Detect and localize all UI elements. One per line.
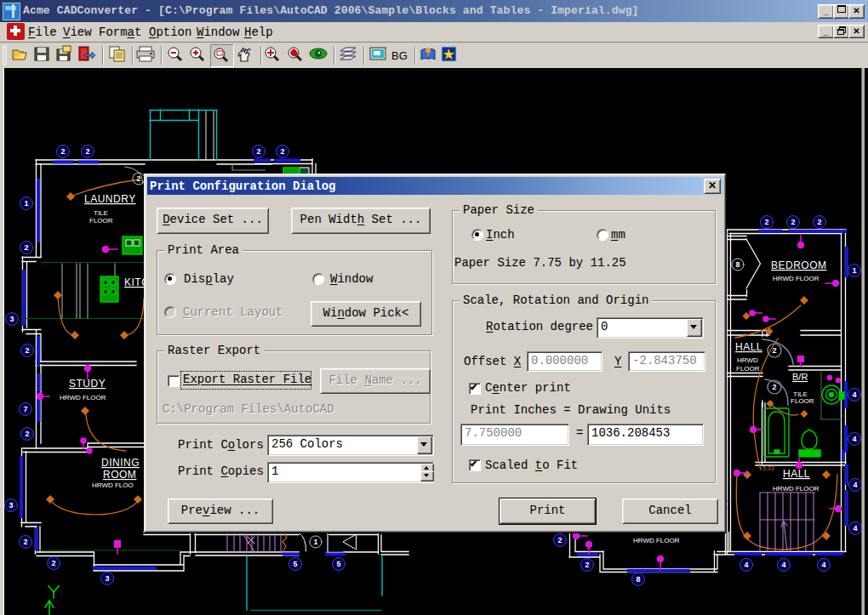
svg-text:7: 7 [23, 405, 27, 413]
svg-text:2: 2 [51, 559, 55, 567]
svg-text:HRWD FLOOR: HRWD FLOOR [60, 394, 106, 401]
svg-text:HALL: HALL [783, 468, 810, 480]
svg-text:8: 8 [735, 260, 740, 269]
svg-text:2: 2 [557, 536, 562, 544]
svg-text:BG: BG [391, 49, 408, 62]
svg-text:2: 2 [24, 243, 28, 252]
svg-text:4: 4 [852, 435, 856, 443]
svg-text:4: 4 [853, 524, 857, 532]
svg-text:2: 2 [817, 218, 821, 226]
svg-text:4: 4 [744, 561, 748, 569]
svg-text:2: 2 [791, 218, 795, 226]
svg-text:2: 2 [772, 346, 776, 355]
svg-text:4: 4 [852, 390, 856, 399]
svg-text:LAUNDRY: LAUNDRY [84, 193, 136, 205]
svg-text:HRWD FLOOR: HRWD FLOOR [773, 275, 819, 282]
svg-text:2: 2 [85, 147, 89, 156]
svg-text:3: 3 [105, 574, 109, 583]
svg-text:STUDY: STUDY [69, 378, 106, 390]
svg-text:FLOOR: FLOOR [791, 397, 814, 405]
svg-text:8: 8 [636, 575, 640, 584]
svg-text:2: 2 [280, 147, 284, 156]
svg-text:BEDROOM: BEDROOM [771, 259, 827, 271]
svg-text:3: 3 [9, 501, 13, 510]
svg-text:ROOM: ROOM [103, 469, 136, 481]
svg-text:1: 1 [24, 199, 28, 208]
svg-text:2: 2 [25, 346, 29, 355]
svg-text:5: 5 [293, 560, 297, 568]
svg-text:B/R: B/R [792, 372, 808, 382]
svg-text:2: 2 [136, 174, 140, 183]
svg-text:1: 1 [313, 538, 317, 546]
svg-text:2: 2 [585, 561, 589, 569]
svg-text:1: 1 [852, 266, 856, 275]
svg-text:2: 2 [25, 430, 29, 438]
svg-text:4: 4 [853, 481, 857, 489]
svg-text:2: 2 [256, 147, 260, 156]
svg-text:3: 3 [9, 315, 14, 323]
svg-text:2: 2 [23, 538, 27, 546]
svg-text:HRWD FLOOR: HRWD FLOOR [633, 537, 680, 544]
svg-text:FLOOR: FLOOR [89, 217, 113, 225]
svg-text:HRWD FLOO: HRWD FLOO [92, 481, 134, 489]
svg-text:2: 2 [772, 383, 776, 391]
svg-text:2: 2 [764, 218, 768, 226]
svg-text:?: ? [425, 49, 431, 58]
svg-text:HRWD FLOOR: HRWD FLOOR [773, 485, 819, 493]
svg-text:5.33: 5.33 [762, 465, 774, 471]
svg-text:DINING: DINING [101, 457, 140, 469]
svg-text:TILE: TILE [94, 209, 108, 217]
svg-text:2: 2 [60, 147, 65, 156]
svg-text:HRWD: HRWD [737, 356, 758, 364]
svg-text:4: 4 [821, 561, 825, 569]
svg-text:4: 4 [781, 561, 785, 569]
svg-text:FLOOR: FLOOR [736, 365, 760, 373]
svg-text:HALL: HALL [735, 341, 762, 353]
svg-text:5: 5 [336, 560, 340, 568]
